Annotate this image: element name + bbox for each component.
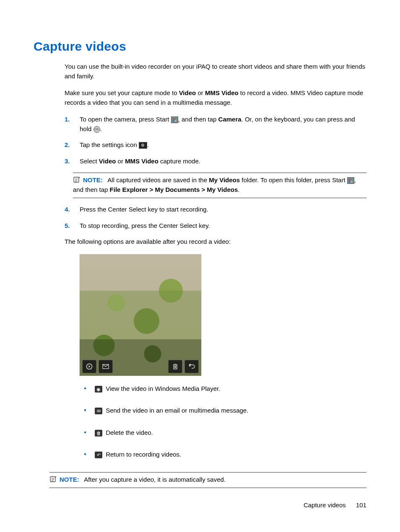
bold-text: MMS Video: [125, 158, 158, 165]
text: folder. To open this folder, press Start: [240, 176, 347, 183]
note-icon: [49, 476, 57, 483]
text: All captured videos are saved in the: [107, 176, 209, 183]
step-number: 2.: [65, 140, 70, 150]
play-icon: ◉: [95, 386, 102, 393]
text: Tap the settings icon: [80, 141, 139, 148]
bold-text: Video: [179, 89, 196, 96]
note-block-2: NOTE: After you capture a video, it is a…: [49, 472, 366, 488]
note-label: NOTE:: [60, 476, 79, 483]
text: or: [116, 158, 125, 165]
text: .: [147, 141, 149, 148]
trash-icon: 🗑: [95, 430, 102, 436]
step-number: 3.: [65, 157, 70, 166]
text: To stop recording, press the Center Sele…: [80, 222, 210, 229]
text: Press the Center Select key to start rec…: [80, 206, 208, 213]
text: .: [238, 186, 239, 193]
text: To open the camera, press Start: [80, 116, 171, 123]
page-footer: Capture videos 101: [304, 501, 366, 509]
option-return: ↶ Return to recording videos.: [80, 450, 366, 460]
windows-flag-icon: [347, 177, 354, 184]
post-steps-text: The following options are available afte…: [65, 237, 366, 247]
trash-icon: [168, 360, 182, 373]
document-page: Capture videos You can use the built-in …: [0, 0, 400, 532]
option-send: ✉ Send the video in an email or multimed…: [80, 406, 366, 416]
step-number: 4.: [65, 205, 70, 214]
note-label: NOTE:: [83, 176, 103, 183]
play-icon: [82, 360, 96, 373]
page-number: 101: [356, 501, 366, 509]
intro-paragraph-2: Make sure you set your capture mode to V…: [65, 88, 366, 107]
option-play: ◉ View the video in Windows Media Player…: [80, 384, 366, 394]
return-icon: [184, 360, 199, 373]
text: Send the video in an email or multimedia…: [104, 407, 248, 414]
bold-text: Video: [99, 158, 116, 165]
body-content: You can use the built-in video recorder …: [65, 62, 366, 488]
steps-list-continued: 4. Press the Center Select key to start …: [65, 205, 366, 230]
text: , and then tap: [178, 116, 218, 123]
text: Select: [80, 158, 99, 165]
text: .: [100, 125, 102, 132]
text: Return to recording videos.: [104, 451, 181, 458]
text: Delete the video.: [104, 429, 153, 436]
ok-button-icon: OK: [94, 126, 100, 133]
bold-text: File Explorer > My Documents > My Videos: [110, 186, 238, 193]
step-number: 5.: [65, 221, 70, 231]
controls-left: [82, 360, 113, 373]
windows-flag-icon: [171, 116, 178, 123]
text: After you capture a video, it is automat…: [84, 476, 226, 483]
return-icon: ↶: [95, 452, 102, 458]
envelope-icon: ✉: [95, 408, 102, 414]
video-preview-image: [80, 254, 201, 376]
text: capture mode.: [158, 158, 200, 165]
step-2: 2. Tap the settings icon .: [65, 140, 366, 150]
text: Make sure you set your capture mode to: [65, 89, 179, 96]
bold-text: My Videos: [209, 176, 240, 183]
text: or: [196, 89, 205, 96]
step-4: 4. Press the Center Select key to start …: [65, 205, 366, 214]
page-title: Capture videos: [34, 39, 366, 54]
step-1: 1. To open the camera, press Start , and…: [65, 115, 366, 134]
options-list: ◉ View the video in Windows Media Player…: [80, 384, 366, 460]
bold-text: Camera: [218, 116, 242, 123]
step-3: 3. Select Video or MMS Video capture mod…: [65, 157, 366, 166]
note-block-1: NOTE: All captured videos are saved in t…: [73, 173, 366, 198]
video-controls-overlay: [82, 360, 199, 373]
text: View the video in Windows Media Player.: [104, 385, 220, 392]
step-5: 5. To stop recording, press the Center S…: [65, 221, 366, 231]
controls-right: [168, 360, 199, 373]
footer-section: Capture videos: [304, 501, 346, 509]
step-number: 1.: [65, 115, 70, 124]
intro-paragraph-1: You can use the built-in video recorder …: [65, 62, 366, 81]
settings-icon: [139, 142, 147, 149]
option-delete: 🗑 Delete the video.: [80, 428, 366, 438]
bold-text: MMS Video: [205, 89, 239, 96]
note-icon: [73, 176, 81, 183]
steps-list: 1. To open the camera, press Start , and…: [65, 115, 366, 166]
envelope-icon: [99, 360, 113, 373]
